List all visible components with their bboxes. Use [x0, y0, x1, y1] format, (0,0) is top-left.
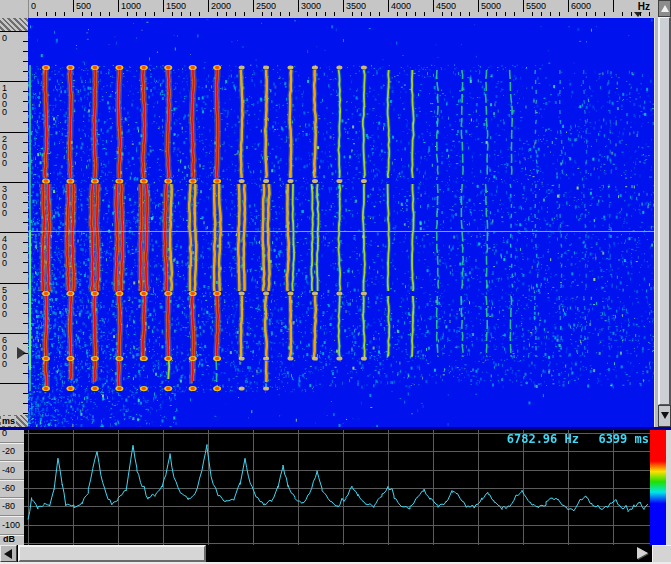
major-tick — [343, 0, 344, 12]
level-ruler: dB 0-20-40-60-80-100 — [0, 430, 25, 545]
scroll-up-button[interactable] — [658, 0, 671, 17]
major-tick — [0, 232, 28, 233]
major-tick — [253, 0, 254, 12]
minor-tick — [352, 12, 353, 16]
minor-tick — [127, 12, 128, 16]
up-arrow-icon — [661, 5, 669, 12]
time-unit-cell: ms — [0, 415, 28, 427]
minor-tick — [55, 12, 56, 16]
minor-tick — [190, 12, 191, 16]
minor-tick — [109, 12, 110, 16]
minor-tick — [226, 12, 227, 16]
minor-tick — [361, 12, 362, 16]
minor-tick — [370, 12, 371, 16]
minor-tick — [469, 12, 470, 16]
major-tick — [0, 182, 28, 183]
ruler-tick-label: -60 — [2, 484, 15, 493]
minor-tick — [460, 12, 461, 16]
left-arrow-icon — [4, 549, 12, 559]
minor-tick — [64, 12, 65, 16]
minor-tick — [451, 12, 452, 16]
minor-tick — [622, 12, 623, 16]
scrollbar-corner — [652, 545, 671, 562]
minor-tick — [505, 12, 506, 16]
ruler-tick-label: 2500 — [256, 2, 276, 11]
minor-tick — [424, 12, 425, 16]
ruler-tick-label: 3000 — [301, 2, 321, 11]
ruler-cell-separator — [0, 497, 24, 498]
ruler-tick-label: 0 — [2, 34, 7, 42]
vertical-scrollbar[interactable] — [658, 0, 671, 427]
minor-tick — [550, 12, 551, 16]
frequency-readout: 6782.96 Hz — [507, 432, 579, 446]
minor-tick — [586, 12, 587, 16]
horizontal-scrollbar-thumb[interactable] — [18, 545, 206, 562]
ruler-cell-separator — [0, 460, 24, 461]
ruler-tick-label: 0 — [31, 2, 36, 11]
major-tick — [0, 132, 28, 133]
minor-tick — [415, 12, 416, 16]
ruler-tick-label: 2000 — [211, 2, 231, 11]
spectrogram-display[interactable] — [28, 18, 654, 427]
ruler-tick-label: 4500 — [436, 2, 456, 11]
major-tick — [0, 333, 28, 334]
frequency-unit-label: Hz — [638, 1, 650, 12]
ruler-tick-label: 6 0 0 0 — [2, 336, 7, 368]
minor-tick — [604, 12, 605, 16]
minor-tick — [577, 12, 578, 16]
ruler-tick-label: 1500 — [166, 2, 186, 11]
minor-tick — [154, 12, 155, 16]
minor-tick — [514, 12, 515, 16]
major-tick — [478, 0, 479, 12]
ruler-tick-label: 3500 — [346, 2, 366, 11]
ruler-cell-separator — [0, 515, 24, 516]
major-tick — [0, 31, 28, 32]
minor-tick — [37, 12, 38, 16]
level-unit-label: dB — [3, 534, 15, 544]
major-tick — [0, 81, 28, 82]
ruler-cell-separator — [0, 534, 24, 535]
horizontal-scrollbar[interactable] — [0, 545, 671, 562]
minor-tick — [136, 12, 137, 16]
time-ruler: ms 01 0 0 02 0 0 03 0 0 04 0 0 05 0 0 06… — [0, 18, 29, 427]
scroll-right-button[interactable] — [637, 547, 648, 559]
intensity-color-scale — [650, 430, 666, 545]
vertical-scrollbar-thumb[interactable] — [658, 17, 671, 405]
minor-tick — [235, 12, 236, 16]
minor-tick — [91, 12, 92, 16]
major-tick — [568, 0, 569, 12]
minor-tick — [244, 12, 245, 16]
ruler-tick-label: 3 0 0 0 — [2, 185, 7, 217]
minor-tick — [271, 12, 272, 16]
major-tick — [433, 0, 434, 12]
ruler-tick-label: 5 0 0 0 — [2, 286, 7, 318]
major-tick — [298, 0, 299, 12]
down-arrow-icon — [661, 412, 669, 419]
time-unit-label: ms — [1, 416, 16, 426]
major-tick — [613, 0, 614, 12]
minor-tick — [262, 12, 263, 16]
major-tick — [73, 0, 74, 12]
major-tick — [0, 383, 28, 384]
major-tick — [163, 0, 164, 12]
scroll-left-button[interactable] — [0, 545, 17, 562]
minor-tick — [172, 12, 173, 16]
spectrum-display[interactable] — [24, 430, 650, 545]
time-readout: 6399 ms — [598, 432, 649, 446]
ruler-tick-label: 2 0 0 0 — [2, 135, 7, 167]
major-tick — [0, 283, 28, 284]
minor-tick — [640, 12, 641, 16]
minor-tick — [199, 12, 200, 16]
ruler-tick-label: 1 0 0 0 — [2, 84, 7, 116]
ruler-tick-label: 4 0 0 0 — [2, 235, 7, 267]
ruler-corner — [0, 0, 29, 19]
minor-tick — [280, 12, 281, 16]
minor-tick — [649, 12, 650, 16]
minor-tick — [532, 12, 533, 16]
minor-tick — [82, 12, 83, 16]
minor-tick — [217, 12, 218, 16]
ruler-tick-label: 1000 — [121, 2, 141, 11]
scroll-down-button[interactable] — [658, 405, 671, 427]
ruler-tick-label: 500 — [76, 2, 91, 11]
ruler-cell-separator — [0, 442, 24, 443]
